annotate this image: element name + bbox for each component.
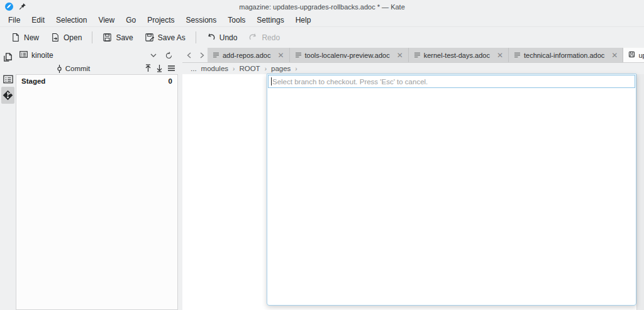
new-document-icon xyxy=(11,33,20,42)
tab-label: updates-upgr xyxy=(638,52,644,59)
open-button-label: Open xyxy=(64,33,82,42)
git-push-icon[interactable] xyxy=(145,64,152,74)
undo-button-label: Undo xyxy=(219,33,238,42)
tab-label: add-repos.adoc xyxy=(223,52,270,59)
menu-item-selection[interactable]: Selection xyxy=(50,14,92,26)
new-button[interactable]: New xyxy=(5,30,45,45)
save-button-label: Save xyxy=(116,33,133,42)
redo-button-label: Redo xyxy=(262,33,280,42)
menu-item-settings[interactable]: Settings xyxy=(251,14,289,26)
project-reload-icon[interactable] xyxy=(163,50,174,61)
git-pull-icon[interactable] xyxy=(156,64,163,74)
branch-checkout-popup: Select branch to checkout. Press 'Esc' t… xyxy=(267,74,636,306)
menu-item-view[interactable]: View xyxy=(92,14,120,26)
menu-item-sessions[interactable]: Sessions xyxy=(180,14,223,26)
breadcrumb: ...modules›ROOT›pages› xyxy=(182,63,644,74)
git-commit-icon xyxy=(57,65,62,73)
document-tab[interactable]: updates-upgr xyxy=(623,48,644,62)
editor-scrollbar[interactable] xyxy=(636,74,644,310)
tab-label: kernel-test-days.adoc xyxy=(424,52,490,59)
breadcrumb-separator-icon: › xyxy=(233,65,235,72)
text-cursor xyxy=(271,77,272,86)
staged-label: Staged xyxy=(21,77,45,85)
branch-input-placeholder: Select branch to checkout. Press 'Esc' t… xyxy=(272,78,428,86)
window-title: magazine: updates-upgrades-rollbacks.ado… xyxy=(0,3,644,11)
tab-label: tools-localenv-preview.adoc xyxy=(305,52,390,59)
tabs-container: add-repos.adoc ✕ tools-localenv-preview.… xyxy=(208,48,644,62)
redo-button: Redo xyxy=(243,30,286,45)
toolbar-separator xyxy=(92,31,92,43)
tab-close-icon[interactable]: ✕ xyxy=(497,51,503,60)
undo-button[interactable]: Undo xyxy=(201,30,243,45)
undo-icon xyxy=(206,33,216,42)
menu-item-go[interactable]: Go xyxy=(120,14,142,26)
project-name: kinoite xyxy=(31,51,53,60)
project-icon xyxy=(19,51,28,60)
menu-item-help[interactable]: Help xyxy=(290,14,317,26)
document-icon xyxy=(295,52,302,59)
open-document-icon xyxy=(50,33,60,42)
save-as-button[interactable]: Save As xyxy=(139,30,191,45)
tab-bar: add-repos.adoc ✕ tools-localenv-preview.… xyxy=(182,48,644,63)
toolbar: New Open Save Save As Undo Redo xyxy=(0,27,644,48)
git-menu-icon[interactable] xyxy=(167,65,175,73)
sidebar-icon-strip xyxy=(0,48,16,310)
documents-toolview-icon[interactable] xyxy=(1,50,14,65)
document-icon xyxy=(414,52,421,59)
new-button-label: New xyxy=(24,33,39,42)
open-button[interactable]: Open xyxy=(45,30,87,45)
document-tab[interactable]: tools-localenv-preview.adoc ✕ xyxy=(290,48,409,62)
menu-item-projects[interactable]: Projects xyxy=(142,14,180,26)
breadcrumb-segment[interactable]: modules xyxy=(201,65,228,72)
redo-icon xyxy=(248,33,258,42)
menu-item-file[interactable]: File xyxy=(3,14,26,26)
save-as-icon xyxy=(145,33,154,42)
git-commit-toolbar: Commit xyxy=(16,63,178,74)
tab-prev-icon[interactable] xyxy=(183,50,194,61)
titlebar: magazine: updates-upgrades-rollbacks.ado… xyxy=(0,0,644,13)
document-tab[interactable]: add-repos.adoc ✕ xyxy=(208,48,290,62)
staged-section-header[interactable]: Staged 0 xyxy=(16,75,177,87)
project-dropdown-chevron-icon[interactable] xyxy=(148,50,159,61)
breadcrumb-segment[interactable]: ... xyxy=(191,65,197,72)
tab-close-icon[interactable]: ✕ xyxy=(397,51,403,60)
breadcrumb-segment[interactable]: pages xyxy=(271,65,291,72)
commit-button[interactable]: Commit xyxy=(16,63,131,74)
breadcrumb-separator-icon: › xyxy=(295,65,297,72)
save-as-button-label: Save As xyxy=(158,33,186,42)
tab-close-icon[interactable]: ✕ xyxy=(611,51,618,60)
staged-count: 0 xyxy=(169,77,172,85)
save-button[interactable]: Save xyxy=(97,30,138,45)
tab-close-icon[interactable]: ✕ xyxy=(277,51,284,60)
commit-button-label: Commit xyxy=(65,65,91,72)
git-toolview-icon[interactable] xyxy=(1,87,14,104)
branch-search-input[interactable]: Select branch to checkout. Press 'Esc' t… xyxy=(268,75,635,88)
kate-window: magazine: updates-upgrades-rollbacks.ado… xyxy=(0,0,644,310)
breadcrumb-separator-icon: › xyxy=(265,65,267,72)
toolbar-separator xyxy=(196,31,196,43)
modified-floppy-icon xyxy=(628,51,635,59)
breadcrumb-segment[interactable]: ROOT xyxy=(239,65,260,72)
save-icon xyxy=(103,33,112,42)
project-selector[interactable]: kinoite xyxy=(16,48,178,63)
git-sidebar: kinoite Commit xyxy=(16,48,178,310)
menubar: FileEditSelectionViewGoProjectsSessionsT… xyxy=(0,13,644,27)
document-icon xyxy=(514,52,521,59)
document-tab[interactable]: technical-information.adoc ✕ xyxy=(509,48,623,62)
menu-item-tools[interactable]: Tools xyxy=(222,14,251,26)
document-tab[interactable]: kernel-test-days.adoc ✕ xyxy=(409,48,509,62)
tab-next-icon[interactable] xyxy=(196,50,208,61)
document-icon xyxy=(213,52,219,59)
menu-item-edit[interactable]: Edit xyxy=(26,14,50,26)
project-toolview-icon[interactable] xyxy=(1,72,14,87)
tab-label: technical-information.adoc xyxy=(524,52,604,59)
git-staged-panel: Staged 0 xyxy=(16,74,178,310)
